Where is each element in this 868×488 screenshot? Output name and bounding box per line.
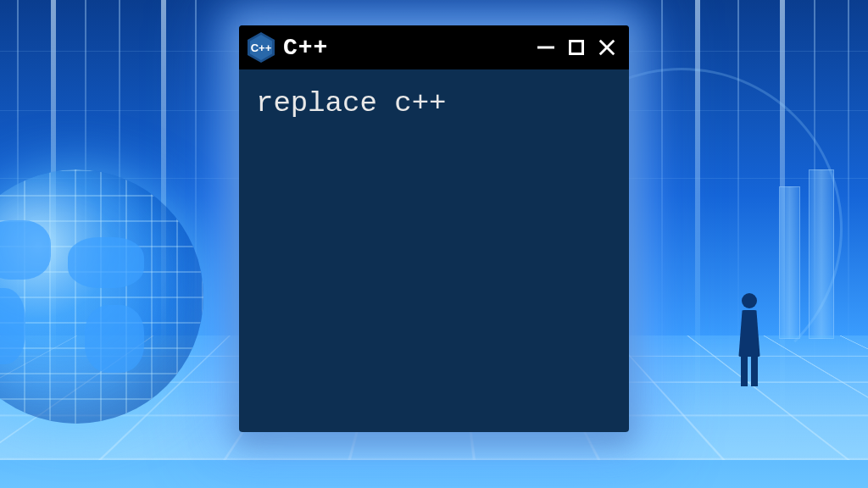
window-title: C++ xyxy=(283,35,527,61)
terminal-text: replace c++ xyxy=(256,87,446,119)
window-titlebar[interactable]: C++ C++ xyxy=(239,25,629,69)
background-person-silhouette xyxy=(732,293,766,386)
close-icon xyxy=(598,38,616,57)
terminal-content-area[interactable]: replace c++ xyxy=(239,69,629,137)
close-button[interactable] xyxy=(597,37,617,58)
cpp-logo-text: C++ xyxy=(251,42,272,54)
terminal-window: C++ C++ replace c++ xyxy=(239,25,629,432)
cpp-logo-icon: C++ xyxy=(248,32,275,63)
window-controls xyxy=(536,37,617,58)
minimize-icon xyxy=(536,37,556,58)
minimize-button[interactable] xyxy=(536,37,556,58)
maximize-button[interactable] xyxy=(566,37,587,58)
maximize-icon xyxy=(569,40,584,55)
